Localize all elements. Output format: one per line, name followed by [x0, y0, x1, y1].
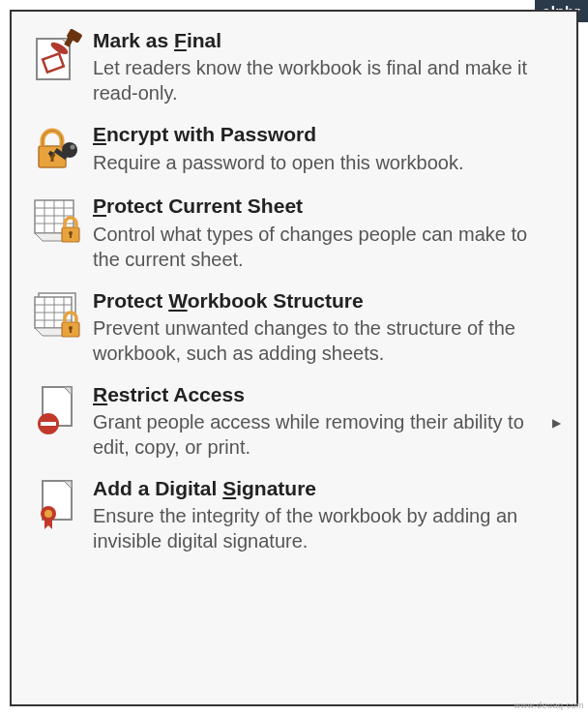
svg-marker-44: [44, 520, 52, 529]
svg-point-10: [71, 145, 75, 150]
menu-item-description: Let readers know the workbook is final a…: [93, 55, 545, 105]
workbook-lock-icon: [23, 287, 93, 343]
menu-item-protect-current-sheet[interactable]: Protect Current Sheet Control what types…: [19, 187, 569, 281]
menu-item-add-digital-signature[interactable]: Add a Digital Signature Ensure the integ…: [19, 469, 569, 563]
svg-rect-8: [51, 156, 54, 162]
document-ribbon-icon: [23, 475, 93, 531]
protect-workbook-menu: Mark as Final Let readers know the workb…: [10, 10, 578, 706]
menu-item-title: Restrict Access: [93, 381, 545, 407]
menu-item-encrypt-with-password[interactable]: Encrypt with Password Require a password…: [19, 115, 569, 187]
menu-item-title: Protect Workbook Structure: [93, 287, 545, 313]
stamp-icon: [23, 27, 93, 83]
menu-item-description: Prevent unwanted changes to the structur…: [93, 315, 545, 366]
watermark: www.deuaq.com: [514, 701, 584, 710]
menu-item-title: Encrypt with Password: [93, 121, 545, 147]
sheet-lock-icon: [23, 193, 93, 249]
menu-item-description: Ensure the integrity of the workbook by …: [93, 503, 545, 553]
document-restrict-icon: [23, 381, 93, 437]
svg-point-43: [44, 510, 52, 518]
lock-key-icon: [23, 121, 93, 177]
svg-rect-23: [70, 234, 72, 238]
menu-item-protect-workbook-structure[interactable]: Protect Workbook Structure Prevent unwan…: [19, 282, 569, 375]
menu-item-description: Require a password to open this workbook…: [93, 150, 545, 175]
menu-item-title: Protect Current Sheet: [93, 193, 545, 219]
menu-item-restrict-access[interactable]: Restrict Access Grant people access whil…: [19, 375, 569, 469]
menu-item-mark-as-final[interactable]: Mark as Final Let readers know the workb…: [19, 21, 569, 115]
svg-rect-35: [70, 329, 72, 333]
svg-rect-39: [41, 422, 56, 426]
submenu-arrow-icon: ▶: [552, 416, 561, 430]
menu-item-title: Add a Digital Signature: [93, 475, 545, 501]
menu-item-title: Mark as Final: [93, 27, 545, 53]
menu-item-description: Control what types of changes people can…: [93, 222, 545, 272]
menu-item-description: Grant people access while removing their…: [93, 409, 545, 460]
